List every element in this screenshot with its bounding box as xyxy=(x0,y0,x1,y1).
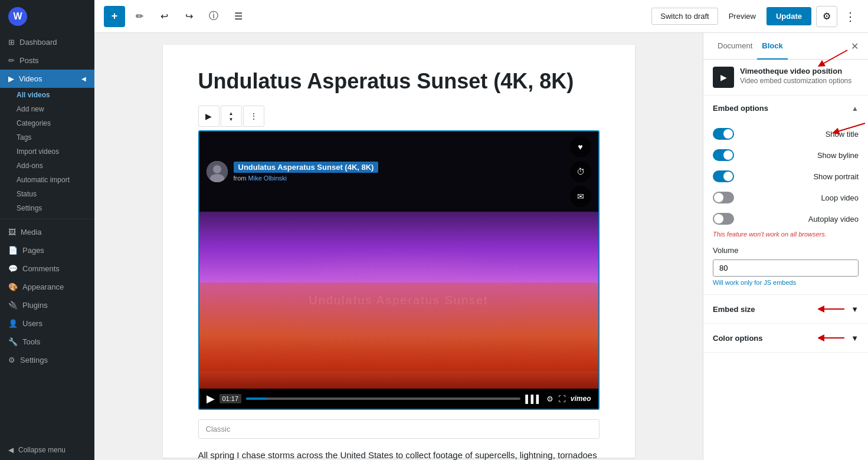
sidebar-item-plugins[interactable]: 🔌 Plugins xyxy=(0,296,94,314)
post-title[interactable]: Undulatus Asperatus Sunset (4K, 8K) xyxy=(198,68,600,94)
update-button[interactable]: Update xyxy=(767,7,811,25)
video-header: Undulatus Asperatus Sunset (4K, 8K) from… xyxy=(199,132,598,212)
sidebar-item-videos[interactable]: ▶ Videos ◀ xyxy=(0,70,94,88)
embed-size-row[interactable]: Embed size ▼ xyxy=(703,295,868,324)
sidebar-item-appearance[interactable]: 🎨 Appearance xyxy=(0,278,94,296)
toggle-knob xyxy=(723,150,733,160)
video-controls: ▶ 01:17 ▌▌▌ ⚙ ⛶ vimeo xyxy=(199,389,598,409)
redo-button[interactable]: ↪ xyxy=(178,6,199,27)
block-more-button[interactable]: ⋮ xyxy=(243,106,264,127)
block-video-icon-button[interactable]: ▶ xyxy=(198,106,220,127)
volume-note: Will work only for JS embeds xyxy=(713,279,859,286)
media-icon: 🖼 xyxy=(8,228,16,236)
show-portrait-label: Show portrait xyxy=(813,172,859,181)
autoplay-video-toggle[interactable] xyxy=(713,213,734,225)
show-portrait-toggle[interactable] xyxy=(713,170,734,182)
watchlater-button[interactable]: ⏱ xyxy=(570,161,591,182)
classic-block[interactable]: Classic xyxy=(198,419,600,439)
fullscreen-button[interactable]: ⛶ xyxy=(558,395,566,403)
sidebar-sub-status[interactable]: Status xyxy=(0,187,94,201)
editor-content: Undulatus Asperatus Sunset (4K, 8K) ▶ ▲ … xyxy=(163,45,635,458)
sidebar-logo[interactable]: W xyxy=(0,0,94,33)
loop-video-toggle[interactable] xyxy=(713,192,734,203)
volume-section-label: Volume xyxy=(713,246,859,255)
block-move-up-button[interactable]: ▲ ▼ xyxy=(221,106,242,127)
sidebar-item-media[interactable]: 🖼 Media xyxy=(0,223,94,241)
video-author-link[interactable]: Mike Olbinski xyxy=(248,175,287,182)
progress-bar[interactable] xyxy=(246,397,520,400)
more-options-button[interactable]: ⋮ xyxy=(842,7,859,26)
sidebar-sub-all-videos[interactable]: All videos xyxy=(0,88,94,102)
toggle-knob xyxy=(714,214,723,224)
video-title-group: Undulatus Asperatus Sunset (4K, 8K) from… xyxy=(234,162,379,182)
embed-options-section: Embed options ▲ xyxy=(703,96,868,295)
sidebar-item-label: Dashboard xyxy=(19,38,57,47)
show-byline-row: Show byline xyxy=(713,144,859,166)
sidebar-item-label: Posts xyxy=(19,56,39,65)
chevron-icon: ◀ xyxy=(81,75,86,82)
autoplay-note: This feature won't work on all browsers. xyxy=(713,229,859,241)
show-byline-toggle[interactable] xyxy=(713,149,734,161)
loop-video-label: Loop video xyxy=(821,193,859,202)
sidebar-item-tools[interactable]: 🔧 Tools xyxy=(0,333,94,351)
comments-icon: 💬 xyxy=(8,264,18,273)
autoplay-video-label: Autoplay video xyxy=(808,215,859,224)
video-from-label: from xyxy=(234,175,247,182)
block-toolbar: ▶ ▲ ▼ ⋮ xyxy=(198,106,600,127)
post-settings-button[interactable]: ⚙ xyxy=(816,6,837,27)
sidebar-sub-addons[interactable]: Add-ons xyxy=(0,159,94,173)
panel-close-button[interactable]: ✕ xyxy=(851,41,859,52)
collapse-menu-button[interactable]: ◀ Collapse menu xyxy=(0,440,94,460)
loop-video-row: Loop video xyxy=(713,187,859,208)
autoplay-video-row: Autoplay video xyxy=(713,208,859,229)
sidebar-sub-add-new[interactable]: Add new xyxy=(0,102,94,116)
sidebar-item-settings[interactable]: ⚙ Settings xyxy=(0,351,94,369)
dashboard-icon: ⊞ xyxy=(8,38,15,47)
editor-area[interactable]: Undulatus Asperatus Sunset (4K, 8K) ▶ ▲ … xyxy=(94,33,703,460)
toggle-knob xyxy=(714,193,723,202)
quality-button[interactable]: ⚙ xyxy=(546,395,553,403)
classic-placeholder: Classic xyxy=(206,425,231,433)
collapse-icon: ◀ xyxy=(8,446,14,454)
sidebar-item-pages[interactable]: 📄 Pages xyxy=(0,241,94,259)
show-title-toggle[interactable] xyxy=(713,128,734,140)
embed-options-chevron: ▲ xyxy=(851,104,859,113)
share-button[interactable]: ✉ xyxy=(570,186,591,207)
list-view-button[interactable]: ☰ xyxy=(228,6,249,27)
tab-block[interactable]: Block xyxy=(757,33,787,60)
undo-button[interactable]: ↩ xyxy=(153,6,175,27)
post-body-text[interactable]: All spring I chase storms across the Uni… xyxy=(198,448,600,460)
sidebar-item-posts[interactable]: ✏ Posts xyxy=(0,51,94,70)
embed-size-label: Embed size xyxy=(713,305,755,314)
sidebar-item-label: Settings xyxy=(20,356,48,364)
color-options-row[interactable]: Color options ▼ xyxy=(703,324,868,353)
sidebar-item-label: Users xyxy=(22,319,42,328)
sidebar-item-dashboard[interactable]: ⊞ Dashboard xyxy=(0,33,94,51)
sidebar-item-comments[interactable]: 💬 Comments xyxy=(0,259,94,278)
switch-to-draft-button[interactable]: Switch to draft xyxy=(651,8,718,25)
embed-size-chevron: ▼ xyxy=(851,305,859,314)
like-button[interactable]: ♥ xyxy=(570,136,591,157)
svg-point-1 xyxy=(213,165,221,173)
sidebar-sub-import[interactable]: Import videos xyxy=(0,144,94,159)
sidebar-sub-tags[interactable]: Tags xyxy=(0,130,94,144)
edit-mode-button[interactable]: ✏ xyxy=(129,6,150,27)
sidebar-item-users[interactable]: 👤 Users xyxy=(0,314,94,333)
play-button[interactable]: ▶ xyxy=(207,392,215,405)
video-action-buttons: ♥ ⏱ ✉ xyxy=(570,136,591,207)
toolbar-right: Switch to draft Preview Update ⚙ ⋮ xyxy=(651,6,859,27)
sidebar-sub-categories[interactable]: Categories xyxy=(0,116,94,130)
info-button[interactable]: ⓘ xyxy=(203,6,224,27)
sidebar-item-label: Pages xyxy=(22,246,44,255)
sidebar-sub-auto-import[interactable]: Automatic import xyxy=(0,173,94,187)
preview-button[interactable]: Preview xyxy=(723,8,762,24)
red-arrow-1 xyxy=(815,47,850,71)
embed-options-header[interactable]: Embed options ▲ xyxy=(703,96,868,121)
tab-document[interactable]: Document xyxy=(713,33,757,60)
progress-fill xyxy=(246,397,268,400)
sidebar-sub-settings[interactable]: Settings xyxy=(0,201,94,215)
block-info: ▶ Vimeotheque video position Video embed… xyxy=(703,60,868,96)
volume-input[interactable] xyxy=(713,259,859,277)
sidebar-item-label: Comments xyxy=(22,264,60,273)
add-block-button[interactable]: + xyxy=(104,6,125,27)
